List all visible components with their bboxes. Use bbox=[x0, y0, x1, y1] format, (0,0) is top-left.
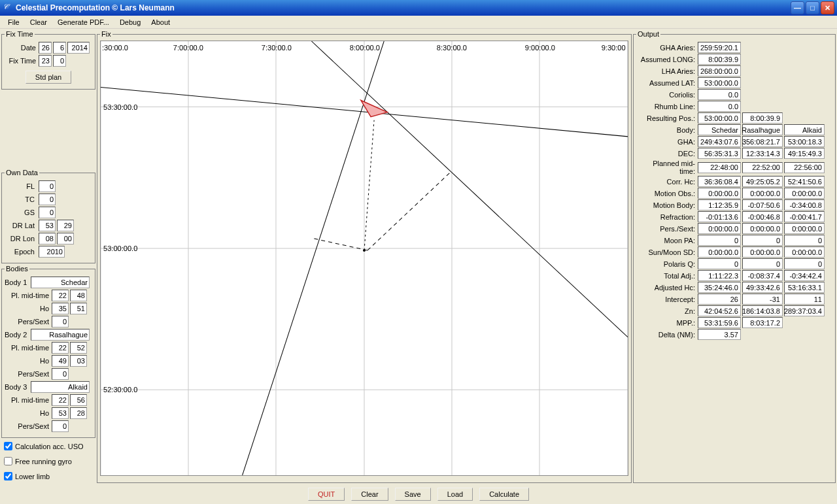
output-value: 0:00:00.0 bbox=[784, 188, 825, 199]
output-label: MPP.: bbox=[639, 319, 696, 327]
calculate-button[interactable]: Calculate bbox=[479, 488, 529, 501]
body2-mid-m[interactable] bbox=[70, 342, 87, 354]
body2-mid-h[interactable] bbox=[52, 342, 69, 354]
body1-mid-m[interactable] bbox=[70, 290, 87, 301]
output-label: Motion Body: bbox=[639, 201, 696, 209]
menu-clear[interactable]: Clear bbox=[25, 17, 52, 27]
body3-ho-m[interactable] bbox=[70, 407, 87, 419]
output-row: Total Adj.:1:11:22.3-0:08:37.4-0:34:42.4 bbox=[639, 270, 830, 281]
output-value: 53:00:18.3 bbox=[784, 136, 825, 147]
body2-label: Body 2 bbox=[5, 331, 29, 339]
output-label: Assumed LAT: bbox=[639, 79, 696, 87]
svg-text::30:00.0: :30:00.0 bbox=[102, 44, 128, 52]
body2-name[interactable] bbox=[31, 329, 90, 341]
maximize-button[interactable]: □ bbox=[806, 1, 819, 14]
svg-line-21 bbox=[243, 41, 384, 475]
date-year[interactable] bbox=[67, 42, 90, 54]
drlon-d[interactable] bbox=[39, 233, 56, 244]
output-row: Pers./Sext:0:00:00.00:00:00.00:00:00.0 bbox=[639, 223, 830, 234]
fl-input[interactable] bbox=[39, 180, 56, 192]
drlat-m[interactable] bbox=[57, 220, 74, 231]
body1-ps-label: Pers/Sext bbox=[5, 318, 50, 326]
tc-input[interactable] bbox=[39, 193, 56, 205]
body3-mid-h[interactable] bbox=[52, 394, 69, 406]
output-value: 36:36:08.4 bbox=[698, 176, 741, 187]
drlat-label: DR Lat bbox=[5, 222, 37, 229]
output-value: -0:08:37.4 bbox=[742, 270, 783, 281]
date-day[interactable] bbox=[39, 42, 52, 54]
drlon-m[interactable] bbox=[57, 233, 74, 244]
output-value: 356:08:21.7 bbox=[742, 136, 783, 147]
body1-ho-d[interactable] bbox=[52, 303, 69, 314]
menubar: File Clear Generate PDF... Debug About bbox=[0, 16, 837, 29]
body1-label: Body 1 bbox=[5, 278, 29, 286]
output-label: Delta (NM): bbox=[639, 331, 696, 339]
body1-mid-h[interactable] bbox=[52, 290, 69, 301]
output-row: MPP.:53:31:59.68:03:17.2 bbox=[639, 317, 830, 328]
drlat-d[interactable] bbox=[39, 220, 56, 231]
svg-text:9:30:00: 9:30:00 bbox=[602, 44, 626, 52]
output-row: GHA Aries:259:59:20.1 bbox=[639, 42, 830, 53]
fix-time-h[interactable] bbox=[39, 55, 52, 67]
output-value: 56:35:31.3 bbox=[698, 148, 741, 159]
body3-mid-label: Pl. mid-time bbox=[5, 396, 50, 404]
output-label: Moon PA: bbox=[639, 237, 696, 244]
body3-ho-label: Ho bbox=[5, 409, 50, 417]
plot-area[interactable]: :30:00.0 7:00:00.0 7:30:00.0 8:00:00.0 8… bbox=[100, 41, 628, 476]
free-gyro-checkbox[interactable] bbox=[4, 457, 12, 465]
bodies-legend: Bodies bbox=[5, 265, 29, 273]
output-value: -0:00:46.8 bbox=[742, 211, 783, 222]
fix-time-legend: Fix Time bbox=[5, 30, 35, 38]
output-value: 1:11:22.3 bbox=[698, 270, 741, 281]
epoch-input[interactable] bbox=[39, 246, 65, 258]
body1-ho-m[interactable] bbox=[70, 303, 87, 314]
std-plan-button[interactable]: Std plan bbox=[26, 71, 71, 84]
output-value: 289:37:03.4 bbox=[784, 305, 825, 316]
body2-ho-m[interactable] bbox=[70, 355, 87, 367]
lower-limb-checkbox[interactable] bbox=[4, 472, 12, 480]
minimize-button[interactable]: — bbox=[791, 1, 804, 14]
menu-about[interactable]: About bbox=[146, 17, 175, 27]
output-value: -0:00:41.7 bbox=[784, 211, 825, 222]
quit-button[interactable]: QUIT bbox=[308, 488, 345, 501]
body3-ho-d[interactable] bbox=[52, 407, 69, 419]
menu-file[interactable]: File bbox=[3, 17, 25, 27]
output-label: Assumed LONG: bbox=[639, 56, 696, 63]
output-row: GHA:249:43:07.6356:08:21.753:00:18.3 bbox=[639, 136, 830, 147]
output-label: DEC: bbox=[639, 150, 696, 158]
gs-input[interactable] bbox=[39, 207, 56, 218]
menu-debug[interactable]: Debug bbox=[114, 17, 146, 27]
svg-text:9:00:00.0: 9:00:00.0 bbox=[525, 44, 555, 52]
svg-text:7:00:00.0: 7:00:00.0 bbox=[173, 44, 203, 52]
body2-ps-label: Pers/Sext bbox=[5, 370, 50, 378]
body3-ps[interactable] bbox=[52, 420, 69, 432]
date-month[interactable] bbox=[53, 42, 66, 54]
output-value: -31 bbox=[742, 294, 783, 305]
body2-ps[interactable] bbox=[52, 368, 69, 380]
svg-line-22 bbox=[311, 41, 628, 337]
body2-ho-label: Ho bbox=[5, 357, 50, 365]
output-label: Body: bbox=[639, 126, 696, 134]
fix-time-label: Fix Time bbox=[5, 57, 37, 65]
output-value: 0 bbox=[698, 258, 741, 269]
clear-button[interactable]: Clear bbox=[351, 488, 388, 501]
load-button[interactable]: Load bbox=[437, 488, 473, 501]
body1-ps[interactable] bbox=[52, 316, 69, 328]
fix-group: Fix :30:00.0 7:00:00.0 7:30:00.0 8: bbox=[97, 30, 632, 483]
body2-ho-d[interactable] bbox=[52, 355, 69, 367]
output-value: 186:14:03.8 bbox=[742, 305, 783, 316]
body1-name[interactable] bbox=[31, 277, 90, 288]
svg-text:53:30:00.0: 53:30:00.0 bbox=[103, 103, 137, 111]
output-label: Resulting Pos.: bbox=[639, 114, 696, 122]
menu-generate-pdf[interactable]: Generate PDF... bbox=[52, 17, 114, 27]
close-button[interactable]: ✕ bbox=[821, 1, 834, 14]
calc-uso-checkbox[interactable] bbox=[4, 442, 12, 450]
body2-mid-label: Pl. mid-time bbox=[5, 344, 50, 352]
output-row: Delta (NM):3.57 bbox=[639, 329, 830, 340]
fix-time-m[interactable] bbox=[53, 55, 66, 67]
body3-mid-m[interactable] bbox=[70, 394, 87, 406]
drlon-label: DR Lon bbox=[5, 235, 37, 243]
save-button[interactable]: Save bbox=[395, 488, 431, 501]
body3-name[interactable] bbox=[31, 381, 90, 393]
output-value: 53:00:00.0 bbox=[698, 112, 741, 124]
